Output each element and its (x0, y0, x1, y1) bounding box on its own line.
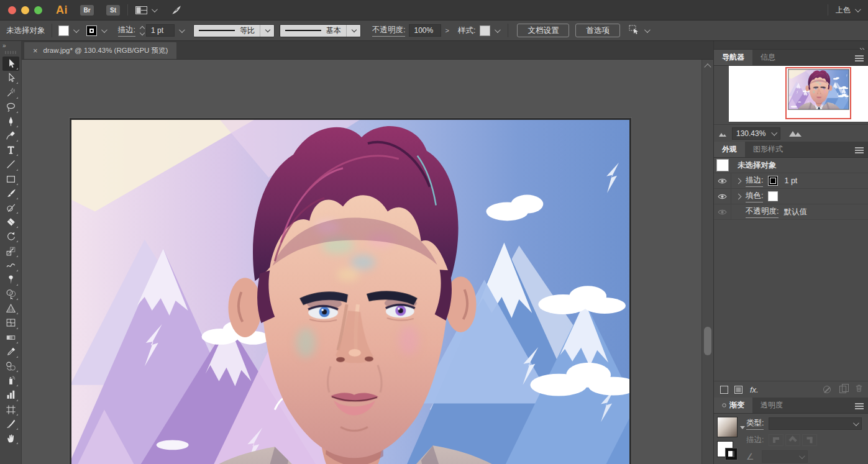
direct-selection-tool[interactable] (2, 71, 19, 85)
gradient-fill-stroke-widget[interactable] (717, 441, 733, 457)
rectangle-tool[interactable] (2, 172, 19, 186)
stroke-width-chevron-icon[interactable] (179, 27, 185, 33)
scrollbar-thumb[interactable] (704, 327, 711, 355)
gpu-performance-rocket-icon[interactable] (171, 4, 182, 16)
gradient-angle-dropdown[interactable] (762, 450, 808, 463)
lasso-tool[interactable] (2, 100, 19, 114)
stroke-label[interactable]: 描边: (118, 25, 135, 37)
preferences-button[interactable]: 首选项 (575, 24, 620, 37)
tab-transparency[interactable]: 透明度 (752, 398, 791, 413)
gradient-tool[interactable] (2, 330, 19, 345)
gradient-stroke-indicator[interactable] (726, 448, 737, 460)
gradient-type-dropdown[interactable] (769, 417, 862, 430)
canvas-area[interactable] (22, 60, 713, 464)
add-new-fill-icon[interactable] (734, 386, 742, 394)
window-zoom-button[interactable] (34, 6, 42, 14)
tab-navigator[interactable]: 导航器 (714, 50, 752, 65)
appearance-fill-label[interactable]: 填色: (746, 191, 763, 202)
fill-color-chevron-icon[interactable] (73, 27, 79, 33)
navigator-zoom-field[interactable]: 130.43% (732, 127, 780, 140)
add-effect-fx-button[interactable]: fx. (750, 385, 759, 394)
zoom-in-mountains-icon[interactable] (789, 128, 803, 139)
gradient-stroke-across-button[interactable] (802, 434, 817, 446)
scale-tool[interactable] (2, 243, 19, 258)
column-graph-tool[interactable] (2, 388, 19, 402)
document-tab[interactable]: × draw.jpg* @ 130.43% (RGB/GPU 预览) (24, 42, 176, 59)
mesh-tool[interactable] (2, 316, 19, 330)
clear-appearance-icon[interactable] (823, 386, 831, 393)
gradient-type-chevron-icon[interactable] (853, 420, 859, 426)
bridge-button[interactable]: Br (80, 5, 94, 16)
magic-wand-tool[interactable] (2, 85, 19, 99)
scrollbar-up-arrow-icon[interactable] (704, 63, 711, 70)
width-profile-chevron-icon[interactable] (265, 27, 270, 32)
curvature-tool[interactable] (2, 129, 19, 143)
gradient-swatch-dropdown-icon[interactable] (740, 426, 745, 429)
shaper-tool[interactable] (2, 201, 19, 215)
paintbrush-tool[interactable] (2, 186, 19, 201)
stroke-width-stepper[interactable] (140, 27, 144, 35)
gradient-type-label[interactable]: 类型: (746, 418, 764, 430)
symbol-sprayer-tool[interactable] (2, 373, 19, 388)
zoom-out-mountains-icon[interactable] (719, 128, 727, 139)
appearance-menu-icon[interactable] (855, 147, 864, 148)
navigator-zoom-chevron-icon[interactable] (772, 130, 778, 136)
stroke-visibility-eye-icon[interactable] (714, 173, 731, 188)
delete-item-trash-icon[interactable] (846, 384, 868, 395)
gradient-angle-chevron-icon[interactable] (799, 453, 805, 459)
stroke-width-field[interactable]: 1 pt (146, 24, 175, 37)
navigator-canvas-preview[interactable] (729, 66, 868, 122)
appearance-fill-swatch[interactable] (768, 191, 778, 201)
artboard-tool[interactable] (2, 403, 19, 417)
gradient-stroke-along-button[interactable] (785, 434, 800, 446)
select-similar-chevron-icon[interactable] (644, 27, 651, 33)
fill-expand-chevron-icon[interactable] (736, 193, 742, 199)
appearance-row-no-selection[interactable]: 未选择对象 (714, 158, 868, 173)
select-similar-icon[interactable] (629, 25, 640, 37)
shape-builder-tool[interactable] (2, 287, 19, 301)
eyedropper-tool[interactable] (2, 345, 19, 359)
tab-graphic-styles[interactable]: 图形样式 (745, 142, 791, 157)
brush-definition-chevron-icon[interactable] (352, 27, 357, 32)
width-tool[interactable] (2, 258, 19, 273)
gradient-menu-icon[interactable] (855, 403, 864, 404)
pen-tool[interactable] (2, 114, 19, 129)
stroke-color-chevron-icon[interactable] (101, 27, 107, 33)
navigator-menu-icon[interactable] (855, 55, 864, 57)
window-close-button[interactable] (8, 6, 16, 14)
opacity-label[interactable]: 不透明度: (372, 25, 405, 37)
appearance-opacity-label[interactable]: 不透明度: (746, 206, 779, 218)
opacity-more-glyph[interactable]: > (445, 27, 449, 34)
rotate-tool[interactable] (2, 229, 19, 243)
artwork-image[interactable] (70, 118, 631, 464)
type-tool[interactable] (2, 143, 19, 157)
opacity-visibility-eye-icon[interactable] (714, 204, 731, 219)
puppet-warp-tool[interactable] (2, 273, 19, 287)
selection-tool[interactable] (2, 57, 19, 71)
appearance-stroke-swatch[interactable] (768, 176, 778, 186)
arrange-documents-icon[interactable] (135, 6, 147, 14)
fill-visibility-eye-icon[interactable] (714, 189, 731, 204)
tools-collapse-chevrons-icon[interactable]: » (0, 41, 21, 49)
eraser-tool[interactable] (2, 215, 19, 229)
width-profile-dropdown[interactable]: 等比 (193, 24, 275, 37)
style-chevron-icon[interactable] (495, 27, 501, 33)
tab-gradient[interactable]: 渐变 (714, 398, 752, 413)
opacity-field[interactable]: 100% (409, 24, 441, 37)
arrange-documents-chevron-icon[interactable] (152, 6, 158, 12)
document-setup-button[interactable]: 文档设置 (517, 24, 569, 37)
hand-tool[interactable] (2, 431, 19, 445)
tab-info[interactable]: 信息 (752, 50, 783, 65)
duplicate-item-icon[interactable] (839, 386, 846, 393)
gradient-stroke-within-button[interactable] (769, 434, 783, 446)
slice-tool[interactable] (2, 417, 19, 431)
appearance-row-stroke[interactable]: 描边: 1 pt (714, 173, 868, 189)
vertical-scrollbar[interactable] (701, 60, 713, 464)
fill-color-swatch[interactable] (58, 25, 69, 36)
line-segment-tool[interactable] (2, 157, 19, 171)
stroke-color-swatch[interactable] (86, 25, 97, 36)
stock-button[interactable]: St (106, 5, 120, 16)
style-swatch[interactable] (480, 25, 490, 36)
perspective-grid-tool[interactable] (2, 301, 19, 316)
add-new-stroke-icon[interactable] (720, 386, 728, 394)
